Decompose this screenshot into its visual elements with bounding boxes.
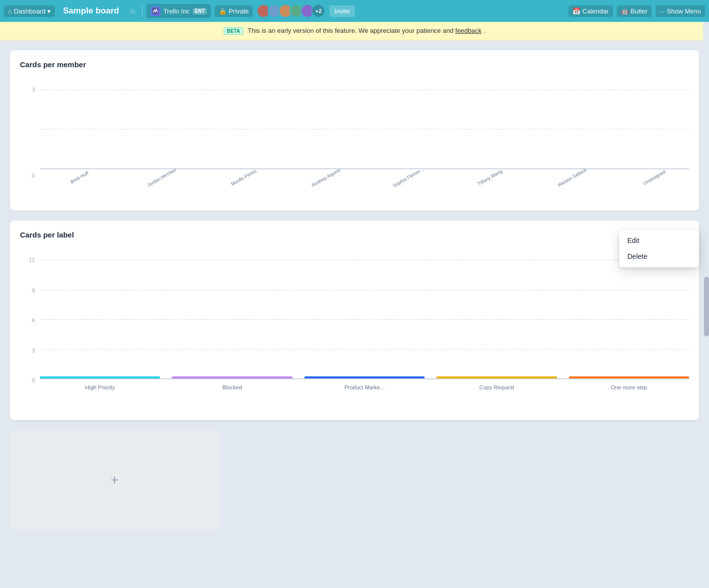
- privacy-label: Private: [229, 7, 249, 15]
- main-content: Cards per member 3 0: [0, 40, 709, 588]
- bar-one-more-step: [569, 376, 689, 378]
- bar-copy-request: [436, 376, 557, 378]
- scrollbar-thumb[interactable]: [704, 277, 709, 337]
- header-left: ⌂ Dashboard ▾ Sample board ☆ Trello Inc …: [4, 4, 565, 18]
- x-label-blocked: Blocked: [172, 384, 292, 390]
- cards-per-label-chart: 12 9 6 3 0: [20, 255, 689, 410]
- invite-button[interactable]: Invite: [329, 5, 355, 17]
- y-0: 0: [20, 377, 38, 383]
- x-label-copy-request: Copy Request: [436, 384, 557, 390]
- show-menu-label: Show Menu: [667, 7, 701, 15]
- workspace-button[interactable]: Trello Inc ENT: [146, 4, 211, 18]
- y-6: 6: [20, 317, 38, 323]
- bar-high-priority: [40, 376, 160, 378]
- header-divider: [142, 5, 142, 17]
- y-label-0: 0: [20, 173, 38, 179]
- invite-label: Invite: [334, 7, 350, 15]
- ent-badge: ENT: [193, 8, 207, 14]
- butler-button[interactable]: 🤖 Butler: [617, 5, 652, 17]
- workspace-name: Trello Inc: [163, 7, 190, 15]
- calendar-label: Calendar: [582, 7, 609, 15]
- header: ⌂ Dashboard ▾ Sample board ☆ Trello Inc …: [0, 0, 709, 22]
- scrollbar-track[interactable]: [703, 22, 709, 588]
- add-widget-card[interactable]: +: [10, 430, 219, 530]
- beta-badge: BETA: [224, 27, 243, 35]
- cards-per-label-header: Cards per label ···: [20, 231, 689, 247]
- member-avatars: +2: [257, 4, 325, 18]
- butler-icon: 🤖: [621, 7, 629, 15]
- beta-banner: BETA This is an early version of this fe…: [0, 22, 709, 40]
- edit-menu-item[interactable]: Edit: [619, 233, 699, 248]
- dashboard-label: Dashboard: [14, 7, 46, 15]
- star-button[interactable]: ☆: [127, 4, 138, 18]
- x-label-high-priority: High Priority: [40, 384, 160, 390]
- cards-per-label-card: Cards per label ··· 12 9 6 3 0: [10, 221, 699, 420]
- board-title: Sample board: [59, 4, 123, 18]
- dashboard-button[interactable]: ⌂ Dashboard ▾: [4, 5, 55, 17]
- show-menu-button[interactable]: ··· Show Menu: [656, 5, 706, 17]
- y-12: 12: [20, 257, 38, 263]
- calendar-button[interactable]: 📅 Calendar: [568, 5, 613, 17]
- y-label-3: 3: [20, 87, 38, 93]
- y-3: 3: [20, 348, 38, 353]
- cards-per-member-chart: 3 0: [20, 85, 689, 201]
- butler-label: Butler: [631, 7, 648, 15]
- workspace-icon: [150, 6, 160, 16]
- x-label-one-more-step: One more step: [569, 384, 689, 390]
- privacy-button[interactable]: 🔒 Private: [215, 5, 253, 17]
- bar-product-marke: [304, 376, 425, 378]
- beta-suffix: .: [483, 27, 485, 34]
- beta-message: This is an early version of this feature…: [248, 27, 455, 34]
- add-icon: +: [111, 472, 119, 488]
- feedback-link[interactable]: feedback: [455, 27, 482, 34]
- cards-per-member-card: Cards per member 3 0: [10, 50, 699, 211]
- cards-per-label-title: Cards per label: [20, 231, 74, 239]
- calendar-icon: 📅: [572, 7, 580, 15]
- ellipsis-icon: ···: [660, 7, 665, 15]
- lock-icon: 🔒: [219, 7, 227, 15]
- header-right: 📅 Calendar 🤖 Butler ··· Show Menu: [568, 5, 705, 17]
- avatar-count[interactable]: +2: [311, 4, 325, 18]
- bar-blocked: [172, 376, 292, 378]
- cards-per-member-header: Cards per member: [20, 60, 689, 77]
- y-9: 9: [20, 287, 38, 293]
- cards-per-member-title: Cards per member: [20, 60, 86, 69]
- context-menu: Edit Delete: [619, 230, 699, 267]
- chevron-down-icon: ▾: [47, 7, 51, 15]
- x-label-product-marke: Product Marke...: [304, 384, 425, 390]
- home-icon: ⌂: [8, 7, 12, 15]
- delete-menu-item[interactable]: Delete: [619, 248, 699, 264]
